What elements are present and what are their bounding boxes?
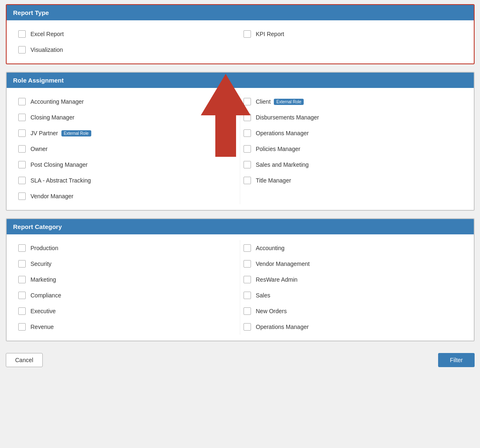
cat-row-executive: Executive bbox=[15, 303, 240, 319]
checkbox-disbursements-manager[interactable] bbox=[244, 114, 251, 121]
label-sales: Sales bbox=[256, 292, 270, 299]
checkbox-jv-partner[interactable] bbox=[18, 129, 26, 137]
checkbox-kpi[interactable] bbox=[244, 30, 251, 38]
checkbox-sales-marketing[interactable] bbox=[244, 161, 251, 168]
label-closing-manager: Closing Manager bbox=[31, 114, 75, 121]
jv-partner-badge: External Role bbox=[61, 130, 91, 136]
label-jv-partner: JV Partner External Role bbox=[31, 130, 91, 136]
cat-row-security: Security bbox=[15, 256, 240, 272]
report-category-grid: Production Security Marketing Compliance bbox=[15, 240, 465, 335]
checkbox-sales[interactable] bbox=[244, 292, 251, 299]
category-right-col: Accounting Vendor Management ResWare Adm… bbox=[240, 240, 465, 335]
cat-row-vendor-management: Vendor Management bbox=[240, 256, 465, 272]
report-category-section: Report Category Production Security Mark… bbox=[6, 218, 475, 341]
cat-row-compliance: Compliance bbox=[15, 287, 240, 303]
label-vendor-manager: Vendor Manager bbox=[31, 193, 74, 200]
role-row-policies-manager: Policies Manager bbox=[240, 141, 465, 157]
role-row-sales-marketing: Sales and Marketing bbox=[240, 157, 465, 173]
main-container: Report Type Excel Report Visualization bbox=[6, 4, 475, 371]
label-vendor-management: Vendor Management bbox=[256, 261, 310, 267]
label-compliance: Compliance bbox=[31, 292, 61, 299]
role-row-client: Client External Role bbox=[240, 94, 465, 110]
cat-row-production: Production bbox=[15, 240, 240, 256]
checkbox-marketing[interactable] bbox=[18, 276, 26, 283]
checkbox-row-excel: Excel Report bbox=[15, 26, 240, 42]
checkbox-production[interactable] bbox=[18, 244, 26, 252]
label-sales-marketing: Sales and Marketing bbox=[256, 161, 309, 168]
cat-row-marketing: Marketing bbox=[15, 272, 240, 287]
checkbox-vendor-manager[interactable] bbox=[18, 192, 26, 200]
checkbox-security[interactable] bbox=[18, 260, 26, 268]
report-type-section: Report Type Excel Report Visualization bbox=[6, 4, 475, 64]
role-row-title-manager: Title Manager bbox=[240, 173, 465, 188]
filter-button[interactable]: Filter bbox=[438, 353, 474, 367]
role-row-owner: Owner bbox=[15, 141, 240, 157]
checkbox-visualization[interactable] bbox=[18, 46, 26, 54]
checkbox-closing-manager[interactable] bbox=[18, 114, 26, 121]
cat-row-revenue: Revenue bbox=[15, 319, 240, 335]
checkbox-operations-manager[interactable] bbox=[244, 129, 251, 137]
label-executive: Executive bbox=[31, 308, 56, 314]
label-accounting: Accounting bbox=[256, 245, 285, 251]
label-revenue: Revenue bbox=[31, 324, 54, 330]
checkbox-revenue[interactable] bbox=[18, 323, 26, 331]
checkbox-resware-admin[interactable] bbox=[244, 276, 251, 283]
label-kpi: KPI Report bbox=[256, 31, 284, 37]
checkbox-sla-abstract[interactable] bbox=[18, 177, 26, 184]
checkbox-new-orders[interactable] bbox=[244, 307, 251, 315]
checkbox-compliance[interactable] bbox=[18, 292, 26, 299]
label-post-closing-manager: Post Closing Manager bbox=[31, 161, 88, 168]
label-accounting-manager: Accounting Manager bbox=[31, 98, 84, 105]
cancel-button[interactable]: Cancel bbox=[6, 353, 43, 367]
role-row-sla: SLA - Abstract Tracking bbox=[15, 173, 240, 188]
report-category-header: Report Category bbox=[7, 219, 474, 234]
cat-row-new-orders: New Orders bbox=[240, 303, 465, 319]
checkbox-client[interactable] bbox=[244, 98, 251, 105]
role-row-disbursements: Disbursements Manager bbox=[240, 110, 465, 125]
label-disbursements-manager: Disbursements Manager bbox=[256, 114, 319, 121]
checkbox-executive[interactable] bbox=[18, 307, 26, 315]
checkbox-post-closing-manager[interactable] bbox=[18, 161, 26, 168]
role-row-closing-manager: Closing Manager bbox=[15, 110, 240, 125]
checkbox-row-visualization: Visualization bbox=[15, 42, 240, 58]
cat-row-operations-manager-cat: Operations Manager bbox=[240, 319, 465, 335]
label-sla-abstract: SLA - Abstract Tracking bbox=[31, 177, 91, 184]
label-client: Client External Role bbox=[256, 98, 304, 105]
role-row-jv-partner: JV Partner External Role bbox=[15, 125, 240, 141]
report-type-body: Excel Report Visualization KPI Report bbox=[7, 20, 474, 63]
role-row-operations-manager: Operations Manager bbox=[240, 125, 465, 141]
label-excel: Excel Report bbox=[31, 31, 64, 37]
checkbox-policies-manager[interactable] bbox=[244, 145, 251, 153]
label-title-manager: Title Manager bbox=[256, 177, 291, 184]
bottom-bar: Cancel Filter bbox=[6, 349, 475, 371]
report-category-body: Production Security Marketing Compliance bbox=[7, 234, 474, 341]
label-owner: Owner bbox=[31, 146, 48, 152]
cat-row-sales: Sales bbox=[240, 287, 465, 303]
label-visualization: Visualization bbox=[31, 46, 63, 53]
checkbox-operations-manager-cat[interactable] bbox=[244, 323, 251, 331]
role-assignment-grid: Accounting Manager Closing Manager JV Pa… bbox=[15, 94, 465, 204]
category-left-col: Production Security Marketing Compliance bbox=[15, 240, 240, 335]
role-assignment-header: Role Assignment bbox=[7, 73, 474, 88]
checkbox-excel[interactable] bbox=[18, 30, 26, 38]
checkbox-owner[interactable] bbox=[18, 145, 26, 153]
client-badge: External Role bbox=[274, 99, 304, 105]
role-row-vendor-manager: Vendor Manager bbox=[15, 188, 240, 204]
checkbox-accounting[interactable] bbox=[244, 244, 251, 252]
checkbox-vendor-management[interactable] bbox=[244, 260, 251, 268]
role-row-accounting-manager: Accounting Manager bbox=[15, 94, 240, 110]
role-assignment-section: Role Assignment Accounting Manager Closi… bbox=[6, 72, 475, 211]
role-left-col: Accounting Manager Closing Manager JV Pa… bbox=[15, 94, 240, 204]
label-operations-manager: Operations Manager bbox=[256, 130, 309, 136]
role-row-post-closing: Post Closing Manager bbox=[15, 157, 240, 173]
checkbox-accounting-manager[interactable] bbox=[18, 98, 26, 105]
checkbox-title-manager[interactable] bbox=[244, 177, 251, 184]
label-production: Production bbox=[31, 245, 58, 251]
cat-row-resware-admin: ResWare Admin bbox=[240, 272, 465, 287]
report-type-header: Report Type bbox=[7, 5, 474, 20]
label-policies-manager: Policies Manager bbox=[256, 146, 300, 152]
label-new-orders: New Orders bbox=[256, 308, 287, 314]
role-right-col: Client External Role Disbursements Manag… bbox=[240, 94, 465, 204]
cat-row-accounting: Accounting bbox=[240, 240, 465, 256]
label-operations-manager-cat: Operations Manager bbox=[256, 324, 309, 330]
